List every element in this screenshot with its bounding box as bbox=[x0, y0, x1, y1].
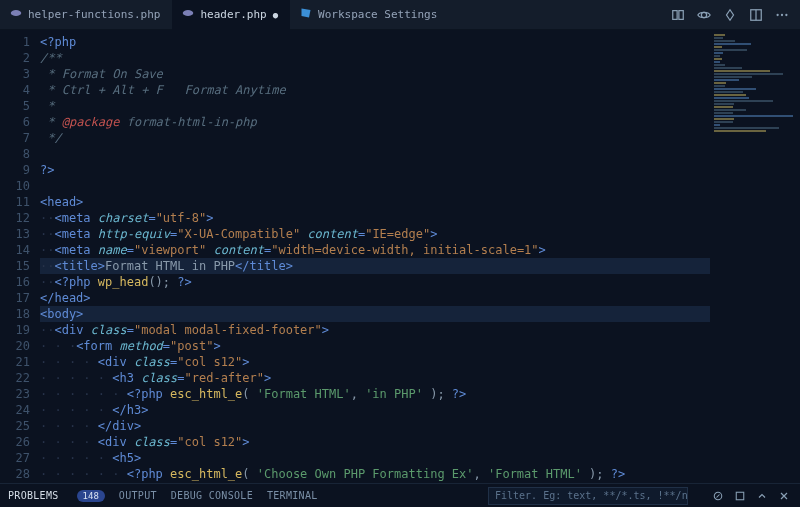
line-number: 21 bbox=[0, 354, 30, 370]
line-number: 22 bbox=[0, 370, 30, 386]
editor[interactable]: 1234567891011121314151617181920212223242… bbox=[0, 30, 800, 483]
svg-point-1 bbox=[183, 10, 194, 16]
line-number: 10 bbox=[0, 178, 30, 194]
svg-rect-2 bbox=[673, 10, 677, 19]
clear-icon[interactable] bbox=[732, 488, 748, 504]
tab-header-php[interactable]: header.php● bbox=[172, 0, 290, 30]
line-number: 25 bbox=[0, 418, 30, 434]
line-gutter: 1234567891011121314151617181920212223242… bbox=[0, 30, 40, 483]
panel-tab-debug-console[interactable]: DEBUG CONSOLE bbox=[171, 490, 253, 501]
split-icon[interactable] bbox=[720, 5, 740, 25]
code-line[interactable]: ··<meta charset="utf-8"> bbox=[40, 210, 710, 226]
vscode-icon bbox=[300, 7, 312, 22]
code-line[interactable] bbox=[40, 146, 710, 162]
line-number: 17 bbox=[0, 290, 30, 306]
code-line[interactable]: <?php bbox=[40, 34, 710, 50]
preview-icon[interactable] bbox=[694, 5, 714, 25]
code-line[interactable]: · · · · </div> bbox=[40, 418, 710, 434]
code-line[interactable]: · · · · · </h5> bbox=[40, 482, 710, 483]
tab-label: helper-functions.php bbox=[28, 8, 160, 21]
minimap[interactable] bbox=[710, 30, 800, 483]
code-line[interactable]: ··<title>Format HTML in PHP</title> bbox=[40, 258, 710, 274]
line-number: 3 bbox=[0, 66, 30, 82]
line-number: 9 bbox=[0, 162, 30, 178]
line-number: 24 bbox=[0, 402, 30, 418]
filter-placeholder: Filter. Eg: text, **/*.ts, !**/node_modu… bbox=[495, 490, 688, 501]
line-number: 18 bbox=[0, 306, 30, 322]
svg-point-7 bbox=[776, 13, 778, 15]
svg-rect-3 bbox=[679, 10, 683, 19]
svg-point-9 bbox=[785, 13, 787, 15]
line-number: 4 bbox=[0, 82, 30, 98]
panel-close-icon[interactable] bbox=[776, 488, 792, 504]
code-line[interactable]: ··<?php wp_head(); ?> bbox=[40, 274, 710, 290]
line-number: 13 bbox=[0, 226, 30, 242]
code-line[interactable] bbox=[40, 178, 710, 194]
filter-input[interactable]: Filter. Eg: text, **/*.ts, !**/node_modu… bbox=[488, 487, 688, 505]
code-line[interactable]: ··<div class="modal modal-fixed-footer"> bbox=[40, 322, 710, 338]
tab-label: header.php bbox=[200, 8, 266, 21]
panel-tab-problems[interactable]: PROBLEMS bbox=[8, 490, 59, 501]
panel-chevron-up-icon[interactable] bbox=[754, 488, 770, 504]
code-area[interactable]: <?php/** * Format On Save * Ctrl + Alt +… bbox=[40, 30, 710, 483]
code-line[interactable]: * bbox=[40, 98, 710, 114]
code-line[interactable]: · · · · <div class="col s12"> bbox=[40, 354, 710, 370]
code-line[interactable]: · · · · · <h5> bbox=[40, 450, 710, 466]
code-line[interactable]: ··<meta name="viewport" content="width=d… bbox=[40, 242, 710, 258]
code-line[interactable]: /** bbox=[40, 50, 710, 66]
code-line[interactable]: · · · · · </h3> bbox=[40, 402, 710, 418]
svg-rect-11 bbox=[736, 492, 744, 500]
line-number: 27 bbox=[0, 450, 30, 466]
panel-tab-terminal[interactable]: TERMINAL bbox=[267, 490, 318, 501]
code-line[interactable]: · · · · · <h3 class="red-after"> bbox=[40, 370, 710, 386]
code-line[interactable]: * @package format-html-in-php bbox=[40, 114, 710, 130]
code-line[interactable]: * Format On Save bbox=[40, 66, 710, 82]
code-line[interactable]: </head> bbox=[40, 290, 710, 306]
line-number: 15 bbox=[0, 258, 30, 274]
line-number: 8 bbox=[0, 146, 30, 162]
tab-actions bbox=[668, 5, 800, 25]
line-number: 7 bbox=[0, 130, 30, 146]
tab-label: Workspace Settings bbox=[318, 8, 437, 21]
tab-workspace-settings[interactable]: Workspace Settings bbox=[290, 0, 449, 30]
code-line[interactable]: · · ·<form method="post"> bbox=[40, 338, 710, 354]
panel-tab-output[interactable]: OUTPUT bbox=[119, 490, 157, 501]
code-line[interactable]: */ bbox=[40, 130, 710, 146]
line-number: 26 bbox=[0, 434, 30, 450]
line-number: 19 bbox=[0, 322, 30, 338]
svg-point-0 bbox=[11, 10, 22, 16]
code-line[interactable]: · · · · · · <?php esc_html_e( 'Format HT… bbox=[40, 386, 710, 402]
line-number: 12 bbox=[0, 210, 30, 226]
line-number: 28 bbox=[0, 466, 30, 482]
compare-changes-icon[interactable] bbox=[668, 5, 688, 25]
problems-count-badge: 148 bbox=[77, 490, 105, 502]
php-file-icon bbox=[10, 7, 22, 22]
dirty-dot-icon: ● bbox=[273, 10, 278, 20]
line-number: 20 bbox=[0, 338, 30, 354]
line-number: 5 bbox=[0, 98, 30, 114]
line-number: 29 bbox=[0, 482, 30, 483]
tab-bar: helper-functions.phpheader.php●Workspace… bbox=[0, 0, 800, 30]
code-line[interactable]: · · · · <div class="col s12"> bbox=[40, 434, 710, 450]
line-number: 23 bbox=[0, 386, 30, 402]
line-number: 2 bbox=[0, 50, 30, 66]
php-file-icon bbox=[182, 7, 194, 22]
svg-point-8 bbox=[781, 13, 783, 15]
code-line[interactable]: * Ctrl + Alt + F Format Anytime bbox=[40, 82, 710, 98]
collapse-all-icon[interactable] bbox=[710, 488, 726, 504]
code-line[interactable]: <head> bbox=[40, 194, 710, 210]
code-line[interactable]: · · · · · · <?php esc_html_e( 'Choose Ow… bbox=[40, 466, 710, 482]
more-icon[interactable] bbox=[772, 5, 792, 25]
code-line[interactable]: ?> bbox=[40, 162, 710, 178]
layout-icon[interactable] bbox=[746, 5, 766, 25]
code-line[interactable]: <body> bbox=[40, 306, 710, 322]
svg-point-4 bbox=[701, 12, 706, 17]
panel-tab-bar: PROBLEMS148OUTPUTDEBUG CONSOLETERMINAL F… bbox=[0, 483, 800, 507]
line-number: 11 bbox=[0, 194, 30, 210]
panel-actions bbox=[702, 488, 800, 504]
code-line[interactable]: ··<meta http-equiv="X-UA-Compatible" con… bbox=[40, 226, 710, 242]
tab-helper-functions-php[interactable]: helper-functions.php bbox=[0, 0, 172, 30]
line-number: 16 bbox=[0, 274, 30, 290]
line-number: 14 bbox=[0, 242, 30, 258]
line-number: 1 bbox=[0, 34, 30, 50]
